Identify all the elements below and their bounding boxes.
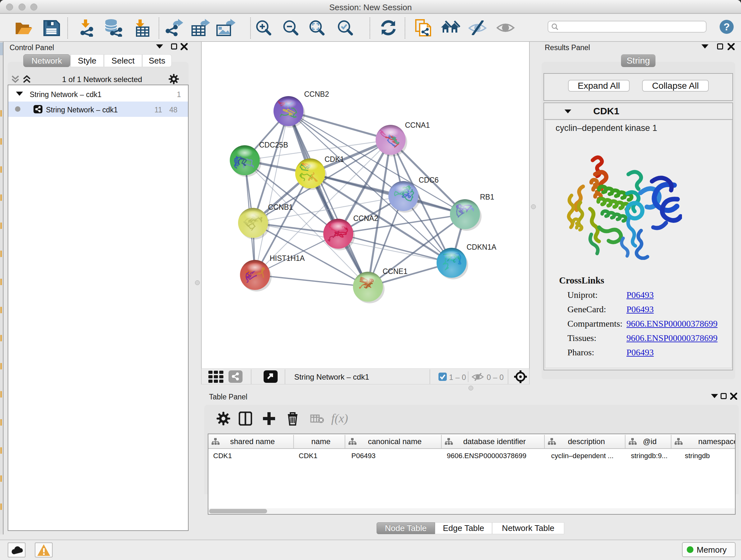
svg-text:?: ? [724, 21, 730, 33]
svg-text:RB1: RB1 [480, 193, 494, 201]
svg-text:CCNA2: CCNA2 [353, 214, 378, 223]
svg-text:CDC6: CDC6 [419, 176, 439, 184]
svg-text:CCNA1: CCNA1 [405, 121, 430, 129]
svg-text:CCNB1: CCNB1 [268, 203, 293, 211]
svg-text:CDKN1A: CDKN1A [467, 243, 496, 251]
svg-text:CDC25B: CDC25B [259, 141, 288, 149]
svg-text:CCNE1: CCNE1 [383, 267, 408, 275]
svg-text:CCNB2: CCNB2 [304, 90, 329, 98]
svg-text:HIST1H1A: HIST1H1A [270, 254, 305, 262]
svg-text:CDK1: CDK1 [325, 155, 344, 164]
